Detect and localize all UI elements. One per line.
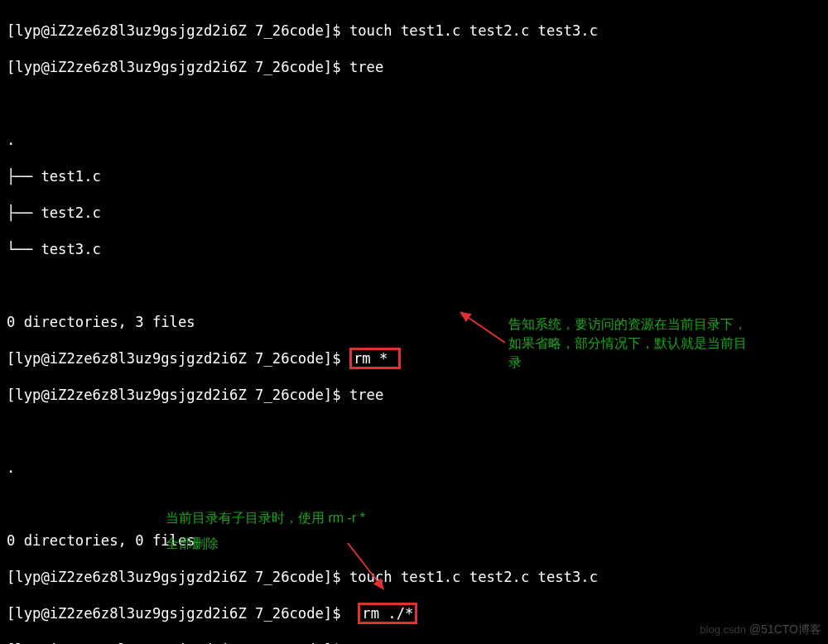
cmd-touch: touch test1.c test2.c test3.c (349, 569, 598, 585)
prompt: [lyp@iZ2ze6z8l3uz9gsjgzd2i6Z 7_26code]$ (7, 387, 349, 403)
cmd-tree: tree (349, 59, 383, 75)
watermark: blog.csdn @51CTO博客 (700, 620, 821, 639)
tree-item: ├── test1.c (7, 167, 598, 185)
cmd-tree: tree (349, 387, 383, 403)
prompt: [lyp@iZ2ze6z8l3uz9gsjgzd2i6Z 7_26code]$ (7, 605, 349, 622)
tree-item: ├── test2.c (7, 204, 598, 222)
tree-dot: . (7, 459, 598, 477)
pad (349, 605, 358, 622)
annotation-bottom-1: 当前目录有子目录时，使用 rm -r * (166, 508, 365, 527)
highlight-rm-dotslash: rm ./* (358, 603, 417, 624)
prompt: [lyp@iZ2ze6z8l3uz9gsjgzd2i6Z 7_26code]$ (7, 22, 349, 39)
highlight-rm-star: rm * (349, 348, 401, 369)
cmd-touch: touch test1.c test2.c test3.c (349, 22, 598, 39)
prompt: [lyp@iZ2ze6z8l3uz9gsjgzd2i6Z 7_26code]$ (7, 569, 349, 585)
annotation-right: 告知系统，要访问的资源在当前目录下， 如果省略，部分情况下，默认就是当前目 录 (508, 315, 747, 372)
prompt: [lyp@iZ2ze6z8l3uz9gsjgzd2i6Z 7_26code]$ (7, 59, 349, 75)
prompt: [lyp@iZ2ze6z8l3uz9gsjgzd2i6Z 7_26code]$ (7, 350, 349, 367)
tree-stat: 0 directories, 0 files (7, 531, 598, 550)
tree-item: └── test3.c (7, 240, 598, 258)
tree-dot: . (7, 131, 598, 149)
annotation-bottom-2: 全部删除 (166, 534, 219, 553)
